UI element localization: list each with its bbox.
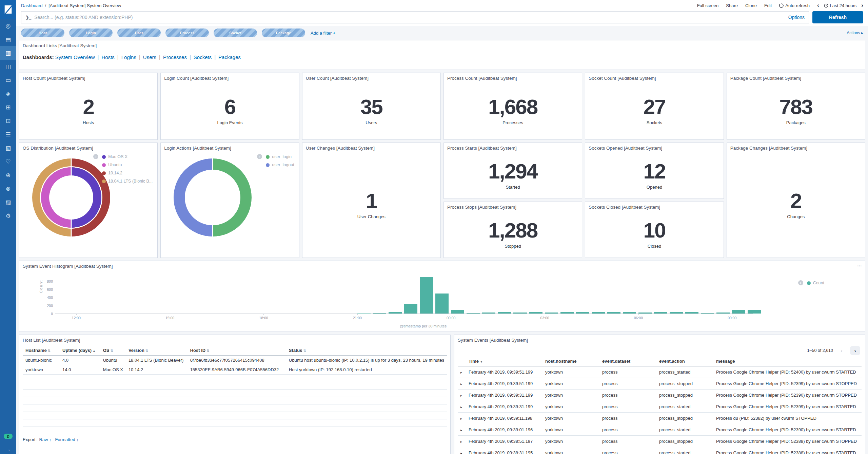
legend-item[interactable]: ›user_login [266, 154, 294, 159]
panel-menu-icon[interactable]: ⋯ [857, 263, 862, 268]
histogram-bar[interactable] [576, 312, 589, 314]
sidebar-item-apm[interactable]: ▧ [0, 141, 16, 155]
dashboard-link-logins[interactable]: Logins [121, 54, 136, 60]
column-header-status[interactable]: Status⇅ [286, 345, 447, 356]
event-row[interactable]: ▸February 4th 2019, 09:39:51.199yorktown… [458, 378, 862, 390]
histogram-bar[interactable] [529, 312, 542, 314]
filter-pill-package[interactable]: Package [262, 29, 305, 37]
histogram-bar[interactable] [482, 313, 495, 314]
sidebar-item-machine-learning[interactable]: ⊞ [0, 100, 16, 114]
legend-item[interactable]: ›Mac OS X [102, 154, 153, 159]
sort-asc-icon[interactable]: ▲ [93, 349, 96, 353]
sidebar-collapse-button[interactable]: → [0, 444, 16, 454]
column-header-uptime-days-[interactable]: Uptime (days)▲ [60, 345, 100, 356]
filter-pill-login[interactable]: Login [69, 29, 113, 37]
event-row[interactable]: ▸February 4th 2019, 09:39:11.198yorktown… [458, 413, 862, 424]
histogram-bar[interactable] [685, 312, 698, 314]
sidebar-item-management[interactable]: ⚙ [0, 209, 16, 223]
expand-row-icon[interactable]: ▸ [460, 371, 462, 374]
time-forward-button[interactable]: › [861, 2, 863, 9]
column-header-os[interactable]: OS⇅ [100, 345, 126, 356]
histogram-bar[interactable] [467, 313, 480, 314]
histogram-bar[interactable] [670, 312, 683, 314]
share-button[interactable]: Share [726, 3, 738, 8]
sidebar-item-maps[interactable]: ◈ [0, 87, 16, 100]
histogram-bar[interactable] [623, 312, 636, 314]
histogram-bar[interactable] [716, 313, 730, 314]
refresh-button[interactable]: Refresh [812, 11, 863, 23]
legend-item[interactable]: 18.04.1 LTS (Bionic B... [102, 179, 153, 184]
dashboard-link-users[interactable]: Users [143, 54, 156, 60]
edit-button[interactable]: Edit [764, 3, 772, 8]
dashboard-link-hosts[interactable]: Hosts [101, 54, 114, 60]
legend-toggle-icon[interactable]: › [257, 154, 262, 159]
event-row[interactable]: ▸February 4th 2019, 09:38:31.195yorktown… [458, 447, 862, 454]
legend-toggle-icon[interactable]: › [798, 280, 803, 285]
sidebar-item-graph[interactable]: ⊕ [0, 168, 16, 182]
column-header-event-action[interactable]: event.action [656, 356, 713, 366]
breadcrumb-dashboard-link[interactable]: Dashboard [21, 3, 43, 8]
histogram-bar[interactable] [732, 310, 745, 314]
histogram-bar[interactable] [435, 294, 449, 314]
auto-refresh-button[interactable]: Auto-refresh [779, 3, 810, 8]
histogram-bar[interactable] [545, 313, 558, 314]
histogram-bar[interactable] [560, 312, 574, 314]
clone-button[interactable]: Clone [745, 3, 757, 8]
kibana-logo[interactable] [0, 0, 16, 19]
histogram-bar[interactable] [498, 312, 511, 314]
event-row[interactable]: ▸February 4th 2019, 09:39:51.199yorktown… [458, 366, 862, 378]
table-row[interactable]: yorktown14.0Mac OS X10.14.2155320EF-9AB6… [23, 365, 447, 375]
legend-item[interactable]: Ubuntu [102, 163, 153, 167]
space-badge[interactable]: D [4, 434, 13, 439]
sort-icon[interactable]: ⇅ [110, 349, 113, 353]
sidebar-item-logs[interactable]: ☰ [0, 128, 16, 141]
column-header-hostname[interactable]: Hostname⇅ [23, 345, 60, 356]
sidebar-item-timelion[interactable]: ◫ [0, 60, 16, 73]
legend-item[interactable]: user_logout [266, 163, 294, 167]
sidebar-item-visualize[interactable]: ▤ [0, 33, 16, 46]
time-back-button[interactable]: ‹ [817, 2, 819, 9]
histogram-bar[interactable] [389, 312, 402, 314]
histogram-bar[interactable] [373, 313, 386, 314]
histogram-bar[interactable] [638, 313, 652, 314]
sidebar-item-dev-tools[interactable]: ⊗ [0, 182, 16, 195]
histogram-bar[interactable] [592, 312, 605, 314]
expand-row-icon[interactable]: ▸ [460, 451, 462, 454]
histogram-bar[interactable] [404, 304, 417, 314]
add-filter-button[interactable]: Add a filter + [311, 31, 335, 36]
expand-row-icon[interactable]: ▸ [460, 440, 462, 443]
column-header-event-dataset[interactable]: event.dataset [599, 356, 656, 366]
next-page-button[interactable]: › [850, 346, 860, 355]
sidebar-item-uptime[interactable]: ♡ [0, 155, 16, 168]
sidebar-item-infrastructure[interactable]: ⊡ [0, 114, 16, 128]
search-input[interactable] [34, 15, 784, 20]
sort-desc-icon[interactable]: ▾ [480, 360, 482, 363]
column-header-message[interactable]: message [713, 356, 862, 366]
event-row[interactable]: ▸February 4th 2019, 09:39:01.196yorktown… [458, 424, 862, 436]
query-options-link[interactable]: Options [788, 15, 805, 20]
sort-icon[interactable]: ⇅ [206, 349, 209, 353]
dashboard-link-system-overview[interactable]: System Overview [55, 54, 95, 60]
column-header-version[interactable]: Version⇅ [126, 345, 188, 356]
histogram-bar[interactable] [607, 312, 620, 314]
legend-item[interactable]: ›Count [807, 281, 824, 285]
sort-icon[interactable]: ⇅ [145, 349, 148, 353]
prev-page-button[interactable]: ‹ [836, 346, 847, 355]
filter-pill-user[interactable]: User [117, 29, 161, 37]
export-formatted-link[interactable]: Formatted ↑ [55, 437, 78, 442]
event-row[interactable]: ▸February 4th 2019, 09:38:51.197yorktown… [458, 436, 862, 447]
event-row[interactable]: ▸February 4th 2019, 09:39:31.199yorktown… [458, 390, 862, 401]
legend-item[interactable]: 10.14.2 [102, 171, 153, 175]
expand-row-icon[interactable]: ▸ [460, 394, 462, 397]
dashboard-actions-button[interactable]: Actions ▸ [847, 31, 863, 35]
sidebar-item-monitoring[interactable]: ▨ [0, 195, 16, 209]
histogram-bar[interactable] [420, 277, 433, 314]
histogram-bar[interactable] [513, 313, 527, 314]
event-row[interactable]: ▸February 4th 2019, 09:39:31.199yorktown… [458, 401, 862, 413]
histogram-bar[interactable] [748, 310, 761, 314]
export-raw-link[interactable]: Raw ↑ [39, 437, 51, 442]
histogram-bar[interactable] [701, 313, 714, 314]
column-header-time[interactable]: Time ▾ [466, 356, 542, 366]
sort-icon[interactable]: ⇅ [48, 349, 51, 353]
expand-row-icon[interactable]: ▸ [460, 428, 462, 432]
